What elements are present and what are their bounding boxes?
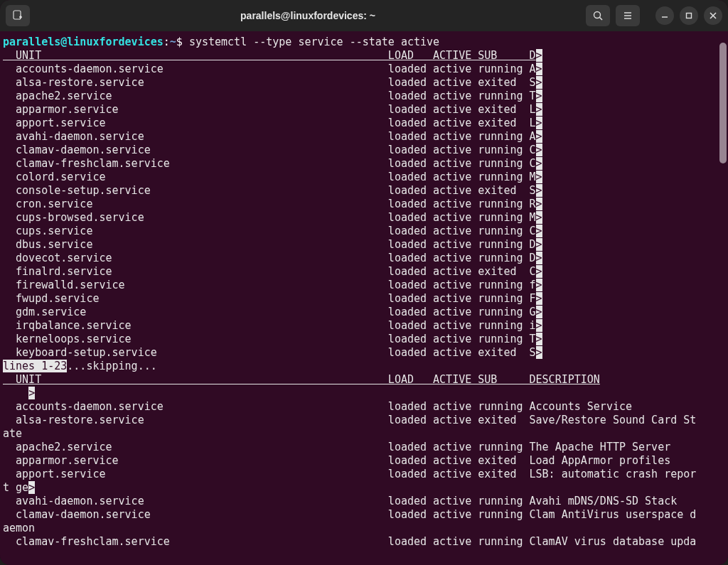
search-button[interactable] xyxy=(586,5,610,26)
service-row: alsa-restore.service loaded active exite… xyxy=(3,76,536,89)
truncation-marker: > xyxy=(536,346,542,359)
service-row-wrap: ate xyxy=(3,427,22,440)
svg-rect-9 xyxy=(687,14,692,18)
truncation-marker: > xyxy=(536,252,542,264)
menu-button[interactable] xyxy=(616,5,640,26)
truncation-marker: > xyxy=(536,279,542,291)
service-row: irqbalance.service loaded active running… xyxy=(3,319,536,332)
command-text: systemctl --type service --state active xyxy=(189,36,439,48)
service-row: clamav-freshclam.service loaded active r… xyxy=(3,535,696,548)
service-row: console-setup.service loaded active exit… xyxy=(3,184,536,197)
truncation-marker: > xyxy=(536,333,542,345)
svg-rect-0 xyxy=(14,11,21,19)
pager-status: lines 1-23 xyxy=(3,360,67,372)
service-row: apparmor.service loaded active exited L xyxy=(3,103,536,116)
service-row: clamav-daemon.service loaded active runn… xyxy=(3,508,696,521)
svg-point-3 xyxy=(594,12,601,18)
truncation-marker: > xyxy=(536,306,542,318)
truncation-marker: > xyxy=(536,238,542,251)
minimize-button[interactable] xyxy=(655,6,674,25)
truncation-marker: > xyxy=(536,157,542,170)
titlebar: parallels@linuxfordevices: ~ xyxy=(0,0,728,31)
service-row-wrap: t ge xyxy=(3,481,28,494)
truncation-marker: > xyxy=(536,117,542,129)
service-row: avahi-daemon.service loaded active runni… xyxy=(3,130,536,143)
service-row: keyboard-setup.service loaded active exi… xyxy=(3,346,536,359)
prompt-userhost: parallels@linuxfordevices xyxy=(3,36,164,48)
truncation-marker: > xyxy=(536,144,542,156)
service-row: alsa-restore.service loaded active exite… xyxy=(3,414,696,426)
service-row: colord.service loaded active running M xyxy=(3,171,536,183)
service-row: apache2.service loaded active running T xyxy=(3,90,536,102)
service-row: apparmor.service loaded active exited Lo… xyxy=(3,454,670,467)
truncation-marker: > xyxy=(536,225,542,237)
terminal-output[interactable]: parallels@linuxfordevices:~$ systemctl -… xyxy=(0,31,728,565)
truncation-marker: > xyxy=(536,76,542,89)
pager-skipping: ...skipping... xyxy=(67,360,156,372)
service-row: cron.service loaded active running R xyxy=(3,198,536,210)
service-row: clamav-daemon.service loaded active runn… xyxy=(3,144,536,156)
service-row: apport.service loaded active exited LSB:… xyxy=(3,468,696,480)
close-button[interactable] xyxy=(704,6,722,25)
service-row: dbus.service loaded active running D xyxy=(3,238,536,251)
service-row: cups-browsed.service loaded active runni… xyxy=(3,211,536,224)
svg-line-4 xyxy=(600,18,603,21)
service-row: kerneloops.service loaded active running… xyxy=(3,333,536,345)
maximize-button[interactable] xyxy=(680,6,698,25)
truncation-marker: > xyxy=(28,481,35,494)
service-row-wrap: aemon xyxy=(3,522,35,534)
truncation-marker: > xyxy=(536,292,542,305)
truncation-marker: > xyxy=(536,90,542,102)
service-row: firewalld.service loaded active running … xyxy=(3,279,536,291)
service-row: accounts-daemon.service loaded active ru… xyxy=(3,400,632,413)
terminal-window: parallels@linuxfordevices: ~ parallels@l… xyxy=(0,0,728,565)
prompt-path: ~ xyxy=(170,36,176,48)
service-row: gdm.service loaded active running G xyxy=(3,306,536,318)
truncation-marker: > xyxy=(536,265,542,278)
truncation-marker: > xyxy=(536,63,542,75)
truncation-marker: > xyxy=(536,198,542,210)
truncation-marker: > xyxy=(536,211,542,224)
service-row: dovecot.service loaded active running D xyxy=(3,252,536,264)
new-tab-button[interactable] xyxy=(6,5,30,26)
service-row: fwupd.service loaded active running F xyxy=(3,292,536,305)
service-row: apport.service loaded active exited L xyxy=(3,117,536,129)
prompt-dollar: $ xyxy=(176,36,189,48)
service-row: accounts-daemon.service loaded active ru… xyxy=(3,63,536,75)
truncation-marker: > xyxy=(536,171,542,183)
truncation-marker: > xyxy=(28,387,35,399)
truncation-marker: > xyxy=(536,130,542,143)
truncation-marker: > xyxy=(536,49,542,62)
table-header: UNIT LOAD ACTIVE SUB DESCRIPTION xyxy=(3,373,600,386)
service-row: finalrd.service loaded active exited C xyxy=(3,265,536,278)
service-row: apache2.service loaded active running Th… xyxy=(3,441,670,453)
truncation-marker: > xyxy=(536,184,542,197)
truncation-marker: > xyxy=(536,103,542,116)
scrollbar-thumb[interactable] xyxy=(719,43,727,163)
service-row: cups.service loaded active running C xyxy=(3,225,536,237)
prompt-colon: : xyxy=(164,36,170,48)
service-row: avahi-daemon.service loaded active runni… xyxy=(3,495,677,507)
truncation-marker: > xyxy=(536,319,542,332)
table-header: UNIT LOAD ACTIVE SUB D xyxy=(3,49,536,62)
window-title: parallels@linuxfordevices: ~ xyxy=(30,10,586,21)
service-row: clamav-freshclam.service loaded active r… xyxy=(3,157,536,170)
